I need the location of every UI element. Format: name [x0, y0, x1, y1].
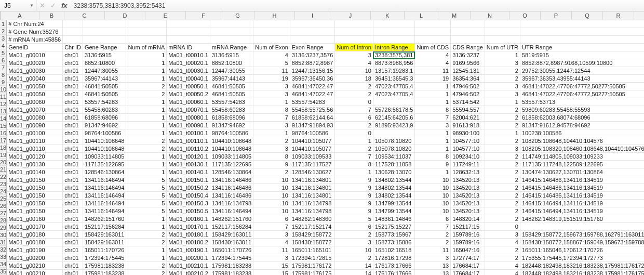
- cell-G6[interactable]: 5: [253, 59, 290, 67]
- cell-M6[interactable]: 3: [485, 59, 520, 67]
- cell-N21[interactable]: 146415:146486,134116:134519: [520, 176, 644, 184]
- cell-G32[interactable]: 15: [253, 262, 290, 270]
- cell-K5[interactable]: 4: [415, 51, 451, 59]
- cell-F8[interactable]: 35967:44143: [210, 75, 253, 83]
- cell-B28[interactable]: chr01: [63, 231, 83, 239]
- cell-G26[interactable]: 6: [253, 215, 290, 223]
- cell-H8[interactable]: 35967:36450,36: [290, 75, 335, 83]
- cell-C11[interactable]: 53557:54283: [83, 98, 126, 106]
- cell-D3[interactable]: [126, 36, 167, 44]
- row-header-24[interactable]: 24: [0, 188, 7, 195]
- cell-C8[interactable]: 35967:44143: [83, 75, 126, 83]
- cell-E10[interactable]: Ma01_t00050.2: [167, 90, 210, 98]
- cell-L19[interactable]: 117249:11: [451, 161, 485, 168]
- cell-G2[interactable]: [253, 28, 290, 36]
- cell-L31[interactable]: 172774:17: [451, 254, 485, 262]
- cell-F3[interactable]: [210, 36, 253, 44]
- cell-C2[interactable]: [83, 28, 126, 36]
- cell-L32[interactable]: 176684:17: [451, 262, 485, 270]
- cell-A4[interactable]: GeneID: [7, 44, 62, 51]
- cell-N31[interactable]: 175355:175445,172394:172773: [520, 254, 644, 262]
- cell-M24[interactable]: 2: [485, 200, 520, 207]
- cell-J21[interactable]: 134802:13544: [373, 176, 414, 184]
- cell-D25[interactable]: 5: [126, 207, 167, 215]
- cell-N4[interactable]: UTR Range: [520, 44, 644, 51]
- cell-K2[interactable]: [415, 28, 451, 36]
- col-header-S[interactable]: S: [634, 11, 644, 20]
- cell-H17[interactable]: 104410:105077: [290, 145, 335, 153]
- cell-J6[interactable]: 8873:8986,956: [373, 59, 414, 67]
- cell-I24[interactable]: 9: [335, 200, 373, 207]
- cell-E14[interactable]: Ma01_t00090.1: [167, 122, 210, 129]
- cell-D8[interactable]: 1: [126, 75, 167, 83]
- cell-L30[interactable]: 165047:16: [451, 246, 485, 254]
- cell-J17[interactable]: 105078:10820: [373, 145, 414, 153]
- cell-I33[interactable]: 14: [335, 270, 373, 276]
- cell-E25[interactable]: Ma01_t00150.5: [167, 207, 210, 215]
- row-header-4[interactable]: 4: [0, 42, 7, 49]
- cell-J12[interactable]: 55726:56178,5: [373, 106, 414, 114]
- cell-K25[interactable]: 10: [415, 207, 451, 215]
- cell-B13[interactable]: chr01: [63, 114, 83, 122]
- cell-D2[interactable]: [126, 28, 167, 36]
- cell-D14[interactable]: 1: [126, 122, 167, 129]
- cell-J29[interactable]: 158773:15886: [373, 239, 414, 246]
- cell-G12[interactable]: 8: [253, 106, 290, 114]
- cell-G14[interactable]: 3: [253, 122, 290, 129]
- cell-M5[interactable]: 1: [485, 51, 520, 59]
- col-header-L[interactable]: L: [405, 11, 438, 20]
- cell-D13[interactable]: 1: [126, 114, 167, 122]
- cell-K22[interactable]: 10: [415, 184, 451, 192]
- row-header-30[interactable]: 30: [0, 231, 7, 239]
- cell-K11[interactable]: 1: [415, 98, 451, 106]
- cell-N29[interactable]: 158430:158772,158867:159049,159673:15978…: [520, 239, 644, 246]
- cell-H2[interactable]: [290, 28, 335, 36]
- cell-M3[interactable]: [485, 36, 520, 44]
- cell-I22[interactable]: 9: [335, 184, 373, 192]
- cell-B31[interactable]: chr01: [63, 254, 83, 262]
- cell-N8[interactable]: 35967:36353,43955:44143: [520, 75, 644, 83]
- cell-G21[interactable]: 10: [253, 176, 290, 184]
- cell-H33[interactable]: 175981:176175: [290, 270, 335, 276]
- cell-B12[interactable]: chr01: [63, 106, 83, 114]
- cell-K16[interactable]: 1: [415, 137, 451, 145]
- cell-J4[interactable]: Intron Range: [373, 44, 414, 51]
- cell-F1[interactable]: [210, 20, 253, 28]
- row-header-34[interactable]: 34: [0, 260, 7, 268]
- cell-M16[interactable]: 2: [485, 137, 520, 145]
- cell-L7[interactable]: 12545:131: [451, 67, 485, 75]
- cell-D27[interactable]: 1: [126, 223, 167, 231]
- cell-E30[interactable]: Ma01_t00190.1: [167, 246, 210, 254]
- cell-K6[interactable]: 4: [415, 59, 451, 67]
- cell-F22[interactable]: 134116:146486: [210, 184, 253, 192]
- cell-I28[interactable]: 2: [335, 231, 373, 239]
- cell-J18[interactable]: 109534:11037: [373, 153, 414, 161]
- cell-L23[interactable]: 134520:13: [451, 192, 485, 200]
- cell-D31[interactable]: 1: [126, 254, 167, 262]
- cell-L27[interactable]: 152117:15: [451, 223, 485, 231]
- cell-I23[interactable]: 9: [335, 192, 373, 200]
- cell-A32[interactable]: Ma01_g00210: [7, 262, 62, 270]
- cell-D10[interactable]: 2: [126, 90, 167, 98]
- col-header-R[interactable]: R: [603, 11, 634, 20]
- cell-N18[interactable]: 114749:114805,109033:109233: [520, 153, 644, 161]
- cell-M19[interactable]: 2: [485, 161, 520, 168]
- cell-N30[interactable]: 165011:165046,170612:170726: [520, 246, 644, 254]
- col-header-K[interactable]: K: [371, 11, 405, 20]
- cell-G33[interactable]: 15: [253, 270, 290, 276]
- cell-D9[interactable]: 2: [126, 83, 167, 90]
- cell-G16[interactable]: 2: [253, 137, 290, 145]
- cell-I14[interactable]: 2: [335, 122, 373, 129]
- cell-K31[interactable]: 3: [415, 254, 451, 262]
- cell-E4[interactable]: mRNA ID: [167, 44, 210, 51]
- cell-M12[interactable]: 2: [485, 106, 520, 114]
- cell-N15[interactable]: 100238:100586: [520, 129, 644, 137]
- cell-B27[interactable]: chr01: [63, 223, 83, 231]
- cell-J15[interactable]: [373, 129, 414, 137]
- cell-H29[interactable]: 158430:158772: [290, 239, 335, 246]
- row-header-18[interactable]: 18: [0, 144, 7, 151]
- cell-H3[interactable]: [290, 36, 335, 44]
- cell-F2[interactable]: [210, 28, 253, 36]
- cell-E8[interactable]: Ma01_t00040.1: [167, 75, 210, 83]
- cell-E24[interactable]: Ma01_t00150.3: [167, 200, 210, 207]
